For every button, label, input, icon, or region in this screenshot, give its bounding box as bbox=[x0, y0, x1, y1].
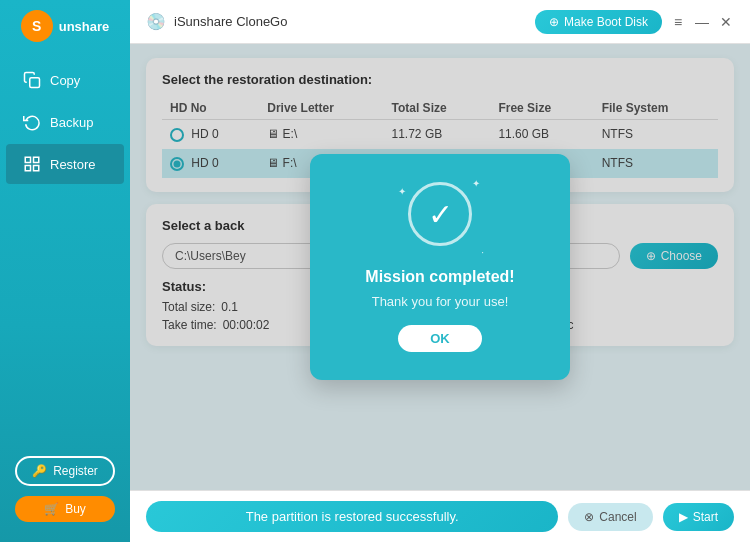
svg-rect-4 bbox=[25, 166, 30, 171]
logo-brand: unshare bbox=[59, 19, 110, 34]
cancel-icon: ⊗ bbox=[584, 510, 594, 524]
app-header-icon: 💿 bbox=[146, 12, 166, 31]
disk-icon: ⊕ bbox=[549, 15, 559, 29]
restore-label: Restore bbox=[50, 157, 96, 172]
copy-label: Copy bbox=[50, 73, 80, 88]
sidebar: S unshare Copy Backup bbox=[0, 0, 130, 542]
backup-icon bbox=[22, 112, 42, 132]
sidebar-item-copy[interactable]: Copy bbox=[6, 60, 124, 100]
register-icon: 🔑 bbox=[32, 464, 47, 478]
sidebar-item-backup[interactable]: Backup bbox=[6, 102, 124, 142]
content-area: Select the restoration destination: HD N… bbox=[130, 44, 750, 490]
minimize-icon[interactable]: — bbox=[694, 14, 710, 30]
close-icon[interactable]: ✕ bbox=[718, 14, 734, 30]
sidebar-bottom: 🔑 Register 🛒 Buy bbox=[0, 456, 130, 522]
svg-rect-1 bbox=[25, 157, 30, 162]
sparkle-2: ✦ bbox=[398, 186, 406, 197]
bottom-bar: The partition is restored successfully. … bbox=[130, 490, 750, 542]
sidebar-item-restore[interactable]: Restore bbox=[6, 144, 124, 184]
mission-title: Mission completed! bbox=[346, 268, 534, 286]
header-controls: ⊕ Make Boot Disk ≡ — ✕ bbox=[535, 10, 734, 34]
sidebar-nav: Copy Backup Restore bbox=[0, 60, 130, 184]
register-button[interactable]: 🔑 Register bbox=[15, 456, 115, 486]
sparkle-3: · bbox=[481, 247, 484, 258]
backup-label: Backup bbox=[50, 115, 93, 130]
start-button[interactable]: ▶ Start bbox=[663, 503, 734, 531]
copy-icon bbox=[22, 70, 42, 90]
mission-dialog: ✦ ✦ · Mission completed! Thank you for y… bbox=[310, 154, 570, 380]
header-bar: 💿 iSunshare CloneGo ⊕ Make Boot Disk ≡ —… bbox=[130, 0, 750, 44]
make-boot-button[interactable]: ⊕ Make Boot Disk bbox=[535, 10, 662, 34]
svg-rect-2 bbox=[34, 157, 39, 162]
play-icon: ▶ bbox=[679, 510, 688, 524]
sparkle-1: ✦ bbox=[472, 178, 480, 189]
main-content: 💿 iSunshare CloneGo ⊕ Make Boot Disk ≡ —… bbox=[130, 0, 750, 542]
cart-icon: 🛒 bbox=[44, 502, 59, 516]
svg-rect-3 bbox=[34, 166, 39, 171]
mission-message: Thank you for your use! bbox=[346, 294, 534, 309]
success-banner: The partition is restored successfully. bbox=[146, 501, 558, 532]
cancel-button[interactable]: ⊗ Cancel bbox=[568, 503, 652, 531]
menu-icon[interactable]: ≡ bbox=[670, 14, 686, 30]
restore-icon bbox=[22, 154, 42, 174]
mission-overlay: ✦ ✦ · Mission completed! Thank you for y… bbox=[130, 44, 750, 490]
header-title-text: iSunshare CloneGo bbox=[174, 14, 287, 29]
app-logo: S unshare bbox=[13, 10, 118, 42]
ok-button[interactable]: OK bbox=[398, 325, 482, 352]
logo-icon: S bbox=[21, 10, 53, 42]
buy-button[interactable]: 🛒 Buy bbox=[15, 496, 115, 522]
svg-rect-0 bbox=[30, 78, 40, 88]
header-title-area: 💿 iSunshare CloneGo bbox=[146, 12, 287, 31]
check-circle bbox=[408, 182, 472, 246]
